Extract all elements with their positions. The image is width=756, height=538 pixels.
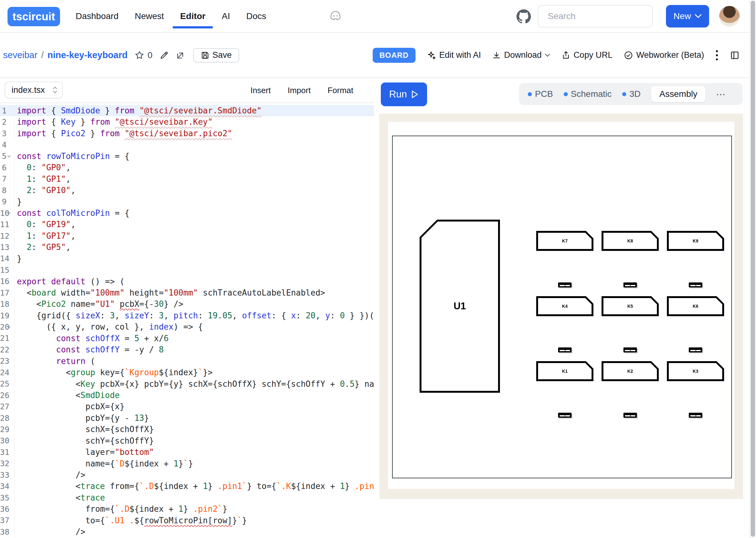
run-button[interactable]: Run xyxy=(381,82,427,106)
code-line-2[interactable]: 2import { Key } from "@tsci/seveibar.Key… xyxy=(0,116,374,128)
save-button[interactable]: Save xyxy=(193,48,240,63)
update-dot xyxy=(622,92,626,96)
code-line-20[interactable]: 20 ({ x, y, row, col }, index) => { xyxy=(0,321,374,332)
line-number: 23 xyxy=(0,356,7,365)
code-text: import { SmdDiode } from "@tsci/seveibar… xyxy=(14,105,262,116)
code-text: const rowToMicroPin = { xyxy=(14,151,130,162)
view-tab-assembly[interactable]: Assembly xyxy=(651,86,705,102)
code-line-3[interactable]: 3import { Pico2 } from "@tsci/seveibar.p… xyxy=(0,128,374,139)
edit-with-ai-label: Edit with AI xyxy=(439,50,481,60)
code-line-7[interactable]: 7 1: "GP1", xyxy=(0,173,374,185)
code-line-21[interactable]: 21 const schOffX = 5 + x/6 xyxy=(0,333,374,344)
github-icon[interactable] xyxy=(516,9,531,24)
code-line-32[interactable]: 32 name={`D${index + 1}`} xyxy=(0,458,374,469)
format-button[interactable]: Format xyxy=(328,85,353,95)
fold-arrow-icon[interactable] xyxy=(7,211,12,215)
import-button[interactable]: Import xyxy=(288,85,311,95)
nav-item-ai[interactable]: AI xyxy=(213,0,238,32)
code-line-37[interactable]: 37 to={`.U1 .${rowToMicroPin[row]}`} xyxy=(0,515,374,526)
smd-diode xyxy=(689,348,702,352)
rename-pencil-icon[interactable] xyxy=(159,51,169,60)
code-line-31[interactable]: 31 layer="bottom" xyxy=(0,447,374,458)
code-text: ({ x, y, row, col }, index) => { xyxy=(14,321,203,332)
code-line-34[interactable]: 34 <trace from={`.D${index + 1} .pin1`} … xyxy=(0,480,374,492)
window-scrollbar[interactable] xyxy=(749,0,756,538)
code-line-16[interactable]: 16export default () => ( xyxy=(0,276,374,287)
code-line-17[interactable]: 17 <board width="100mm" height="100mm" s… xyxy=(0,287,374,298)
code-text: schX={schOffX} xyxy=(14,424,154,435)
line-number: 33 xyxy=(0,470,7,480)
nav-item-dashboard[interactable]: Dashboard xyxy=(68,0,127,32)
code-line-25[interactable]: 25 <Key pcbX={x} pcbY={y} schX={schOffX}… xyxy=(0,378,374,390)
project-toolbar: seveibar / nine-key-keyboard 0 xyxy=(0,33,756,78)
code-line-15[interactable]: 15 xyxy=(0,264,374,276)
view-tab-pcb[interactable]: PCB xyxy=(528,89,553,99)
code-line-26[interactable]: 26 <SmdDiode xyxy=(0,390,374,401)
file-selector[interactable]: index.tsx xyxy=(5,81,63,98)
line-number: 1 xyxy=(0,106,7,115)
code-line-1[interactable]: 1import { SmdDiode } from "@tsci/seveiba… xyxy=(0,105,374,116)
panel-layout-icon[interactable] xyxy=(730,50,740,60)
line-number: 24 xyxy=(0,368,7,377)
more-options-kebab-icon[interactable] xyxy=(715,50,719,61)
star-icon[interactable] xyxy=(135,50,145,60)
nav-item-docs[interactable]: Docs xyxy=(238,0,274,32)
nav-item-newest[interactable]: Newest xyxy=(127,0,172,32)
code-line-29[interactable]: 29 schX={schOffX} xyxy=(0,424,374,435)
code-line-14[interactable]: 14} xyxy=(0,253,374,264)
code-line-30[interactable]: 30 schY={schOffY} xyxy=(0,435,374,447)
line-number: 27 xyxy=(0,402,7,411)
keyswitch-label: K7 xyxy=(562,239,568,243)
smd-diode xyxy=(689,413,702,418)
code-line-10[interactable]: 10const colToMicroPin = { xyxy=(0,207,374,219)
download-button[interactable]: Download xyxy=(492,50,550,60)
code-text: 0: "GP0", xyxy=(14,162,71,173)
fold-arrow-icon[interactable] xyxy=(7,154,12,158)
breadcrumb-owner[interactable]: seveibar xyxy=(3,50,37,60)
code-line-35[interactable]: 35 <trace xyxy=(0,492,374,503)
copy-url-button[interactable]: Copy URL xyxy=(561,50,612,60)
code-line-33[interactable]: 33 /> xyxy=(0,469,374,480)
view-tab-schematic[interactable]: Schematic xyxy=(564,89,612,99)
code-text: const schOffX = 5 + x/6 xyxy=(14,333,168,344)
code-line-4[interactable]: 4 xyxy=(0,139,374,150)
code-line-36[interactable]: 36 from={`.D${index + 1} .pin2`} xyxy=(0,503,374,514)
code-line-6[interactable]: 6 0: "GP0", xyxy=(0,162,374,173)
fold-arrow-icon[interactable] xyxy=(7,325,12,329)
star-count: 0 xyxy=(147,50,152,60)
code-line-8[interactable]: 8 2: "GP10", xyxy=(0,185,374,196)
edit-with-ai-button[interactable]: Edit with AI xyxy=(427,50,481,60)
new-button[interactable]: New xyxy=(666,5,709,27)
tabs-overflow-button[interactable]: ⋯ xyxy=(716,89,726,100)
code-text: /> xyxy=(14,526,86,537)
breadcrumb-project-name[interactable]: nine-key-keyboard xyxy=(47,50,128,60)
breadcrumb-separator: / xyxy=(41,50,44,60)
user-avatar[interactable] xyxy=(719,6,740,27)
code-line-38[interactable]: 38 /> xyxy=(0,526,374,537)
code-line-28[interactable]: 28 pcbY={y - 13} xyxy=(0,412,374,424)
code-line-24[interactable]: 24 <group key={`Kgroup${index}`}> xyxy=(0,367,374,378)
code-line-12[interactable]: 12 1: "GP17", xyxy=(0,230,374,242)
webworker-toggle[interactable]: Webworker (Beta) xyxy=(624,50,704,60)
code-line-22[interactable]: 22 const schOffY = -y / 8 xyxy=(0,344,374,355)
insert-button[interactable]: Insert xyxy=(251,85,271,95)
code-line-11[interactable]: 11 0: "GP19", xyxy=(0,219,374,230)
line-number: 22 xyxy=(0,345,7,354)
code-line-23[interactable]: 23 return ( xyxy=(0,355,374,367)
code-line-18[interactable]: 18 <Pico2 name="U1" pcbX={-30} /> xyxy=(0,298,374,310)
code-line-19[interactable]: 19 {grid({ sizeX: 3, sizeY: 3, pitch: 19… xyxy=(0,310,374,321)
scrollbar-thumb[interactable] xyxy=(751,1,755,537)
view-tab-3d[interactable]: 3D xyxy=(622,89,641,99)
search-input[interactable] xyxy=(548,11,638,21)
nav-item-editor[interactable]: Editor xyxy=(172,0,213,32)
code-line-9[interactable]: 9} xyxy=(0,196,374,207)
download-label: Download xyxy=(504,50,542,60)
code-lines[interactable]: 1import { SmdDiode } from "@tsci/seveiba… xyxy=(0,103,374,538)
open-external-icon[interactable] xyxy=(176,51,185,60)
code-line-5[interactable]: 5const rowToMicroPin = { xyxy=(0,151,374,162)
discord-icon[interactable] xyxy=(328,10,343,22)
keyswitch-k3: K3 xyxy=(667,361,724,381)
tscircuit-logo[interactable]: tscircuit xyxy=(8,7,60,26)
code-line-13[interactable]: 13 2: "GP5", xyxy=(0,242,374,253)
code-line-27[interactable]: 27 pcbX={x} xyxy=(0,401,374,412)
